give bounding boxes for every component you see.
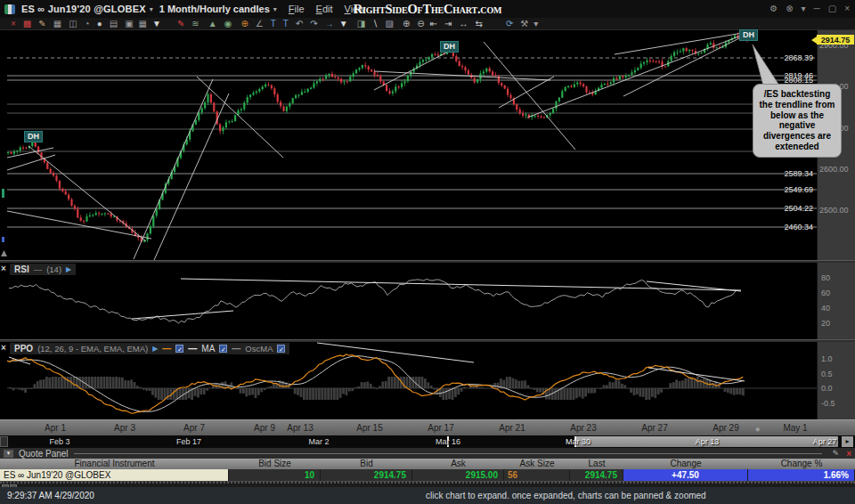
quote-value-last[interactable]: 2914.75 <box>570 469 623 481</box>
oscma-checkbox[interactable]: ✓ <box>277 345 285 353</box>
svg-text:2600.00: 2600.00 <box>819 165 849 174</box>
pointer-tool-icon[interactable]: ✎ <box>38 20 45 28</box>
marquee-tool-icon[interactable]: ▩ <box>23 20 31 28</box>
rsi-pointer-icon[interactable]: ▶ <box>66 264 71 275</box>
quote-close-icon[interactable]: × <box>846 449 851 459</box>
oscma-label: OscMA <box>245 343 273 354</box>
pattern-tool-icon[interactable]: ▲ <box>208 20 217 28</box>
quote-value-ask-size[interactable]: 56 <box>504 469 570 481</box>
quote-column-change[interactable]: Change <box>623 459 748 469</box>
ppo-close-button[interactable]: × <box>1 344 9 353</box>
ppo-header[interactable]: PPO (12, 26, 9 - EMA, EMA, EMA) ▶ — ✓ — … <box>10 343 289 354</box>
panel-tool-icon[interactable]: ◨ <box>357 20 365 28</box>
swap-scale-icon[interactable]: ⇆ <box>475 20 482 28</box>
rsi-header[interactable]: RSI — (14) ▶ <box>10 264 76 275</box>
date-tick-label: Apr 17 <box>428 423 453 433</box>
ppo-pointer-icon[interactable]: ▶ <box>152 343 158 354</box>
date-tick-label: Apr 29 <box>712 423 738 433</box>
dh-label[interactable]: DH <box>24 131 43 142</box>
scale-right-icon[interactable]: ⇥ <box>444 20 452 28</box>
svg-text:1.0: 1.0 <box>821 354 833 363</box>
ppo-title: PPO <box>14 343 33 354</box>
layout-tool-icon[interactable]: ◫ <box>69 20 77 28</box>
quote-column-bid[interactable]: Bid <box>321 459 412 469</box>
chart-icon <box>4 4 15 14</box>
quote-column-financial-instrument[interactable]: Financial Instrument <box>0 459 229 469</box>
quote-value-bid-size[interactable]: 10 <box>229 469 321 481</box>
trendline-tool-icon[interactable]: ∖ <box>372 20 378 28</box>
date-axis[interactable]: Apr 1Apr 3Apr 7Apr 9Apr 13Apr 15Apr 17Ap… <box>0 419 855 435</box>
circle-tool-icon[interactable]: ● <box>97 20 102 28</box>
tools-icon[interactable]: ⚒ <box>520 20 528 28</box>
ma-label: MA <box>201 343 215 354</box>
delete-tool-icon[interactable]: × <box>11 20 16 28</box>
timeframe-caret-icon[interactable]: ▾ <box>273 5 277 13</box>
scale-horizontal-icon[interactable]: ↔ <box>459 20 468 28</box>
scrollbar-left-stub[interactable] <box>0 436 8 447</box>
link-icon[interactable]: ⊗ <box>786 4 793 13</box>
candles-tool-icon[interactable]: ≋ <box>191 20 199 28</box>
symbol-selector[interactable]: ES ∞ Jun19'20 @GLOBEX <box>21 4 146 14</box>
ppo-checkbox[interactable]: ✓ <box>175 345 183 353</box>
zoom-out-icon[interactable]: ⊖ <box>417 20 424 28</box>
chart-scrollbar[interactable]: Feb 3Feb 17Mar 2Mar 16Mar 30Apr 13Apr 27… <box>0 435 855 448</box>
quote-panel-toggle[interactable]: ▼ <box>4 450 13 458</box>
zoom-in-icon[interactable]: ⊕ <box>403 20 410 28</box>
more-tools-icon[interactable]: ▾ <box>533 20 538 28</box>
rsi-title: RSI <box>14 264 29 275</box>
arrow-tool-icon[interactable]: → <box>325 20 334 28</box>
minimize-icon[interactable]: ─ <box>814 4 820 13</box>
dropdown2-icon[interactable]: ▼ <box>339 20 348 28</box>
menu-edit[interactable]: Edit <box>316 4 333 14</box>
rsi-chart[interactable]: 80604020 <box>0 263 855 339</box>
bubble-tool-icon[interactable]: ◉ <box>224 20 232 28</box>
pin-icon[interactable]: ▾ <box>802 4 806 13</box>
dh-label[interactable]: DH <box>739 29 758 41</box>
text-tool-icon[interactable]: T <box>271 20 276 28</box>
quote-value-change[interactable]: +47.50 <box>623 469 748 481</box>
note-tool-icon[interactable]: T <box>283 20 289 28</box>
ppo-line-swatch: — <box>162 343 171 354</box>
quote-column-change-%[interactable]: Change % <box>748 459 855 469</box>
close-icon[interactable]: × <box>844 4 850 13</box>
price-chart[interactable]: 2868.392819.462808.152589.342549.692504.… <box>0 30 855 260</box>
timeframe-selector[interactable]: 1 Month/Hourly candles <box>159 4 270 14</box>
scale-left-icon[interactable]: ⇤ <box>430 20 437 28</box>
quote-value-financial-instrument[interactable]: ES ∞ Jun19'20 @GLOBEX <box>0 469 229 481</box>
draw-tool-icon[interactable]: ✎ <box>177 20 184 28</box>
maximize-icon[interactable]: ▢ <box>828 4 836 13</box>
menu-file[interactable]: File <box>289 4 305 14</box>
scrollbar-date-label: Feb 3 <box>49 437 69 446</box>
symbol-caret-icon[interactable]: ▾ <box>150 5 153 13</box>
scroll-right-button[interactable]: ▸ <box>842 436 853 447</box>
quote-value-bid[interactable]: 2914.75 <box>321 469 412 481</box>
dropdown-icon[interactable]: ▼ <box>152 20 161 28</box>
quote-value-change-%[interactable]: 1.66% <box>748 469 855 481</box>
chart-annotation[interactable]: /ES backtesting the trendline from below… <box>753 84 842 158</box>
channel-tool-icon[interactable]: ▨ <box>385 20 393 28</box>
quote-column-last[interactable]: Last <box>570 459 623 469</box>
crosshair-tool-icon[interactable]: ⊕ <box>240 20 248 28</box>
dh-label[interactable]: DH <box>440 41 459 53</box>
undo-icon[interactable]: ↶ <box>296 20 303 28</box>
quote-column-bid-size[interactable]: Bid Size <box>229 459 321 469</box>
angle-tool-icon[interactable]: ∠ <box>256 20 264 28</box>
rsi-close-button[interactable]: × <box>1 264 9 273</box>
edit-icon[interactable]: ✎ <box>833 449 840 458</box>
svg-text:40: 40 <box>821 304 830 313</box>
image-tool-icon[interactable]: ▤ <box>110 20 118 28</box>
quote-value-ask[interactable]: 2915.00 <box>412 469 504 481</box>
quote-column-ask[interactable]: Ask <box>412 459 504 469</box>
redo-icon[interactable]: ↷ <box>310 20 317 28</box>
quote-column-ask-size[interactable]: Ask Size <box>504 459 570 469</box>
snapshot-tool-icon[interactable]: ▣ <box>125 20 133 28</box>
ma-checkbox[interactable]: ✓ <box>219 345 227 353</box>
refresh-icon[interactable]: ⟳ <box>506 20 513 28</box>
quote-row[interactable]: ES ∞ Jun19'20 @GLOBEX102914.752915.00562… <box>0 469 855 482</box>
grid-tool-icon[interactable]: ▦ <box>53 20 61 28</box>
settings-icon[interactable]: ⚙ <box>770 4 778 13</box>
pie-tool-icon[interactable]: ◔ <box>85 20 90 28</box>
table-tool-icon[interactable]: ▦ <box>139 20 147 28</box>
svg-text:2589.34: 2589.34 <box>784 169 813 178</box>
scrollbar-date-label: Mar 30 <box>566 437 590 446</box>
